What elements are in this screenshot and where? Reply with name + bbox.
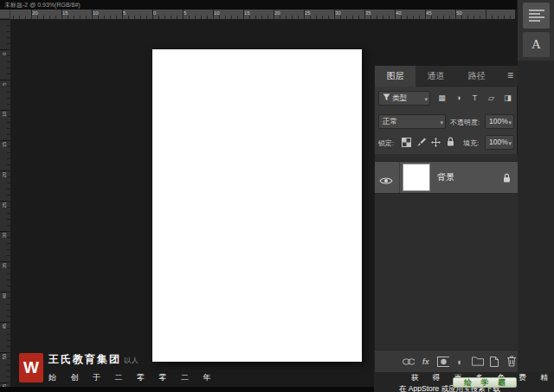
eye-column-divider [399,162,400,193]
tab-paths-label: 路径 [468,71,486,80]
trash-icon [506,356,517,367]
v-ruler-number: 0 [2,48,7,59]
h-ruler-number: 0 [153,10,156,16]
layer-mask-icon [437,357,449,367]
fill-value-dropdown[interactable]: 100% [485,135,514,150]
v-ruler-number: 30 [2,230,7,241]
fill-value: 100% [489,138,508,146]
filter-kind-label: 类型 [392,93,407,102]
brand-tagline: 以人 [124,356,139,365]
window-title-bar[interactable]: 未标题-2 @ 0.93%(RGB/8#) [0,0,554,10]
brand-company-name: 王氏教育集团 [48,352,121,367]
h-ruler-number: 20 [32,10,38,16]
lock-buttons [400,136,456,148]
h-ruler-number: 25 [305,10,311,16]
v-ruler-number: 25 [2,200,7,210]
delete-layer-button[interactable] [506,355,518,369]
lock-pixels-button[interactable] [415,136,427,148]
h-ruler-number: 15 [244,10,250,16]
v-ruler-number: 20 [2,170,7,180]
h-ruler-number: 30 [335,10,341,16]
lock-all-button[interactable] [444,136,456,148]
h-ruler-number: 50 [456,10,462,16]
h-ruler-number: 10 [93,10,99,16]
ruler-corner [0,10,10,19]
panel-menu-icon[interactable]: ≡ [507,69,513,81]
h-ruler-number: 20 [274,10,280,16]
vertical-ruler[interactable]: 0510152025303540455055 [0,19,10,392]
v-ruler-number: 35 [2,260,7,271]
h-ruler-number: 40 [396,10,402,16]
character-panel-icon: A [531,37,541,52]
brand-founded-line: 始 创 于 二 零 零 二 年 [48,372,217,383]
brand-logo-letter: W [23,358,39,376]
v-ruler-number: 5 [2,79,7,89]
layer-style-button[interactable]: fx [420,355,432,369]
new-layer-icon [489,357,499,367]
h-ruler-number: 45 [426,10,432,16]
new-group-button[interactable] [472,355,484,369]
character-panel-button[interactable]: A [523,32,550,57]
tab-layers-label: 图层 [387,71,404,80]
tab-channels[interactable]: 通道 [416,66,456,87]
move-icon [431,138,441,147]
lock-transparency-button[interactable] [400,136,412,148]
paragraph-panel-icon [529,9,544,22]
padlock-icon [503,173,511,183]
layer-list: 背景 [375,154,518,350]
layers-panel: 图层 通道 路径 ≡ 类型 ▦ ◑ T ▱ ◨ 正常 不透明度: 100% 锁定… [374,66,517,372]
tab-paths[interactable]: 路径 [456,66,497,87]
filter-smart-objects-icon[interactable]: ◨ [501,92,514,105]
adjustment-layer-button[interactable]: ◐ [454,355,467,369]
padlock-icon [447,137,454,147]
layer-row-background[interactable]: 背景 [375,161,518,194]
fill-label: 填充: [463,138,479,148]
filter-kind-dropdown[interactable]: 类型 [378,91,430,106]
eye-icon [379,177,393,185]
opacity-value: 100% [489,117,508,125]
v-ruler-number: 50 [2,351,7,362]
brush-icon [416,138,426,147]
v-ruler-number: 45 [2,321,7,331]
filter-type-layers-icon[interactable]: T [468,92,481,105]
h-ruler-number: 5 [184,10,186,16]
v-ruler-number: 40 [2,291,7,301]
h-ruler-number: 15 [62,10,68,16]
add-layer-mask-button[interactable] [437,355,449,369]
link-layers-button[interactable] [403,355,415,369]
v-ruler-number: 10 [2,109,7,119]
h-ruler-number: 35 [365,10,371,16]
filter-shape-layers-icon[interactable]: ▱ [485,92,498,105]
layer-lock-indicator[interactable] [503,171,511,187]
filter-funnel-icon [383,93,390,101]
layer-thumbnail[interactable] [403,164,429,190]
promo-watermark: 获 得 更 多 免 费 精 品 教 程 绘 学 霸 在 AppStore 或应用… [374,372,554,392]
visibility-toggle[interactable] [379,173,393,189]
paragraph-panel-button[interactable] [523,3,550,29]
panel-tab-bar: 图层 通道 路径 ≡ [375,66,518,87]
folder-icon [472,357,484,366]
tab-layers[interactable]: 图层 [375,66,416,87]
blend-mode-dropdown[interactable]: 正常 [378,114,446,129]
lock-label: 锁定: [378,138,394,148]
h-ruler-number: 10 [214,10,220,16]
filter-pixel-layers-icon[interactable]: ▦ [435,92,448,105]
document-canvas[interactable] [152,49,362,362]
opacity-label: 不透明度: [450,118,480,127]
brand-logo: W [19,353,43,382]
horizontal-ruler[interactable]: 201510505101520253035404550 [10,10,515,19]
lock-position-button[interactable] [429,136,441,148]
opacity-value-dropdown[interactable]: 100% [485,114,514,129]
tab-channels-label: 通道 [428,71,445,80]
filter-adjustment-layers-icon[interactable]: ◑ [452,92,465,105]
v-ruler-number: 15 [2,139,7,150]
promo-app-badge: 绘 学 霸 [453,377,517,388]
layer-filter-buttons: ▦ ◑ T ▱ ◨ [435,92,514,105]
layer-name: 背景 [437,162,454,193]
new-layer-button[interactable] [489,355,501,369]
h-ruler-number: 5 [123,10,126,16]
link-icon [403,358,415,365]
document-title: 未标题-2 @ 0.93%(RGB/8#) [4,2,81,8]
blend-mode-value: 正常 [383,117,397,125]
checkerboard-icon [402,138,411,147]
